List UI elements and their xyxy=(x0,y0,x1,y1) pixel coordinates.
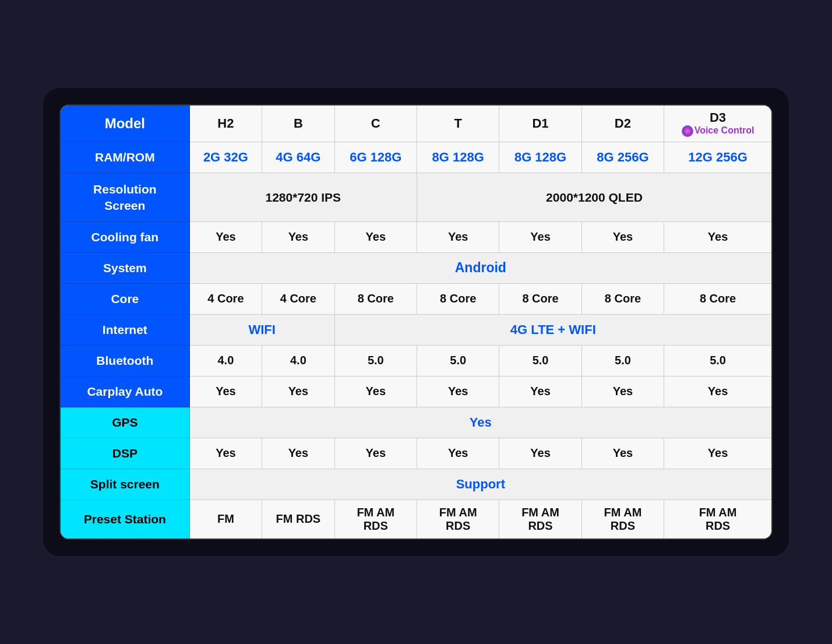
cell-model-d2: D2 xyxy=(581,105,664,142)
header-preset: Preset Station xyxy=(61,499,189,539)
cell-core-c: 8 Core xyxy=(334,283,417,314)
d3-title: D3 xyxy=(667,110,769,125)
row-splitscreen: Split screen Support xyxy=(61,469,771,499)
cell-bt-c: 5.0 xyxy=(334,345,417,376)
row-ram: RAM/ROM 2G 32G 4G 64G 6G 128G 8G 128G 8G… xyxy=(61,142,771,173)
cell-cooling-d3: Yes xyxy=(664,221,771,252)
header-cooling: Cooling fan xyxy=(61,221,189,252)
cell-model-d3: D3 Voice Control xyxy=(664,105,771,142)
cell-dsp-d2: Yes xyxy=(581,438,664,469)
row-gps: GPS Yes xyxy=(61,407,771,438)
cell-ram-b: 4G 64G xyxy=(262,142,334,173)
cell-model-t: T xyxy=(417,105,499,142)
cell-bt-d1: 5.0 xyxy=(499,345,581,376)
cell-resolution-qled: 2000*1200 QLED xyxy=(417,173,771,222)
cell-carplay-d1: Yes xyxy=(499,376,581,407)
cell-ram-h2: 2G 32G xyxy=(189,142,262,173)
cell-cooling-b: Yes xyxy=(262,221,334,252)
cell-bt-b: 4.0 xyxy=(262,345,334,376)
cell-bt-h2: 4.0 xyxy=(189,345,262,376)
row-cooling: Cooling fan Yes Yes Yes Yes Yes Yes Yes xyxy=(61,221,771,252)
cell-preset-d1: FM AMRDS xyxy=(499,499,581,539)
header-internet: Internet xyxy=(61,314,189,345)
cell-cooling-h2: Yes xyxy=(189,221,262,252)
cell-internet-4g: 4G LTE + WIFI xyxy=(334,314,771,345)
cell-ram-c: 6G 128G xyxy=(334,142,417,173)
row-resolution: ResolutionScreen 1280*720 IPS 2000*1200 … xyxy=(61,173,771,222)
header-core: Core xyxy=(61,283,189,314)
cell-dsp-c: Yes xyxy=(334,438,417,469)
cell-preset-t: FM AMRDS xyxy=(417,499,499,539)
cell-ram-d2: 8G 256G xyxy=(581,142,664,173)
row-core: Core 4 Core 4 Core 8 Core 8 Core 8 Core … xyxy=(61,283,771,314)
comparison-table-wrapper: Model H2 B C T D1 D2 D3 Voice Control xyxy=(59,104,773,540)
row-carplay: Carplay Auto Yes Yes Yes Yes Yes Yes Yes xyxy=(61,376,771,407)
cell-ram-d1: 8G 128G xyxy=(499,142,581,173)
cell-dsp-d3: Yes xyxy=(664,438,771,469)
cell-system: Android xyxy=(189,252,771,283)
header-carplay: Carplay Auto xyxy=(61,376,189,407)
cell-ram-d3: 12G 256G xyxy=(664,142,771,173)
header-system: System xyxy=(61,252,189,283)
cell-preset-b: FM RDS xyxy=(262,499,334,539)
cell-splitscreen: Support xyxy=(189,469,771,499)
d3-subtitle: Voice Control xyxy=(667,125,769,137)
cell-carplay-h2: Yes xyxy=(189,376,262,407)
cell-model-c: C xyxy=(334,105,417,142)
cell-cooling-c: Yes xyxy=(334,221,417,252)
cell-cooling-t: Yes xyxy=(417,221,499,252)
cell-dsp-b: Yes xyxy=(262,438,334,469)
row-internet: Internet WIFI 4G LTE + WIFI xyxy=(61,314,771,345)
cell-preset-h2: FM xyxy=(189,499,262,539)
cell-dsp-t: Yes xyxy=(417,438,499,469)
row-dsp: DSP Yes Yes Yes Yes Yes Yes Yes xyxy=(61,438,771,469)
header-ram: RAM/ROM xyxy=(61,142,189,173)
header-gps: GPS xyxy=(61,407,189,438)
cell-internet-wifi: WIFI xyxy=(189,314,334,345)
comparison-table: Model H2 B C T D1 D2 D3 Voice Control xyxy=(61,105,771,539)
cell-preset-d3: FM AMRDS xyxy=(664,499,771,539)
row-model: Model H2 B C T D1 D2 D3 Voice Control xyxy=(61,105,771,142)
outer-container: Model H2 B C T D1 D2 D3 Voice Control xyxy=(43,88,789,556)
row-system: System Android xyxy=(61,252,771,283)
cell-cooling-d1: Yes xyxy=(499,221,581,252)
cell-bt-d3: 5.0 xyxy=(664,345,771,376)
cell-model-h2: H2 xyxy=(189,105,262,142)
cell-bt-t: 5.0 xyxy=(417,345,499,376)
cell-bt-d2: 5.0 xyxy=(581,345,664,376)
header-model: Model xyxy=(61,105,189,142)
cell-carplay-b: Yes xyxy=(262,376,334,407)
cell-preset-c: FM AMRDS xyxy=(334,499,417,539)
cell-core-d3: 8 Core xyxy=(664,283,771,314)
header-resolution: ResolutionScreen xyxy=(61,173,189,222)
header-dsp: DSP xyxy=(61,438,189,469)
cell-core-b: 4 Core xyxy=(262,283,334,314)
cell-dsp-h2: Yes xyxy=(189,438,262,469)
cell-carplay-t: Yes xyxy=(417,376,499,407)
cell-gps: Yes xyxy=(189,407,771,438)
cell-carplay-c: Yes xyxy=(334,376,417,407)
cell-cooling-d2: Yes xyxy=(581,221,664,252)
cell-resolution-ips: 1280*720 IPS xyxy=(189,173,417,222)
row-preset: Preset Station FM FM RDS FM AMRDS FM AMR… xyxy=(61,499,771,539)
header-bluetooth: Bluetooth xyxy=(61,345,189,376)
d3-icon xyxy=(682,125,693,137)
cell-model-d1: D1 xyxy=(499,105,581,142)
cell-preset-d2: FM AMRDS xyxy=(581,499,664,539)
row-bluetooth: Bluetooth 4.0 4.0 5.0 5.0 5.0 5.0 5.0 xyxy=(61,345,771,376)
cell-core-d2: 8 Core xyxy=(581,283,664,314)
cell-carplay-d2: Yes xyxy=(581,376,664,407)
cell-model-b: B xyxy=(262,105,334,142)
cell-core-t: 8 Core xyxy=(417,283,499,314)
cell-core-d1: 8 Core xyxy=(499,283,581,314)
cell-core-h2: 4 Core xyxy=(189,283,262,314)
cell-carplay-d3: Yes xyxy=(664,376,771,407)
cell-ram-t: 8G 128G xyxy=(417,142,499,173)
cell-dsp-d1: Yes xyxy=(499,438,581,469)
header-splitscreen: Split screen xyxy=(61,469,189,499)
